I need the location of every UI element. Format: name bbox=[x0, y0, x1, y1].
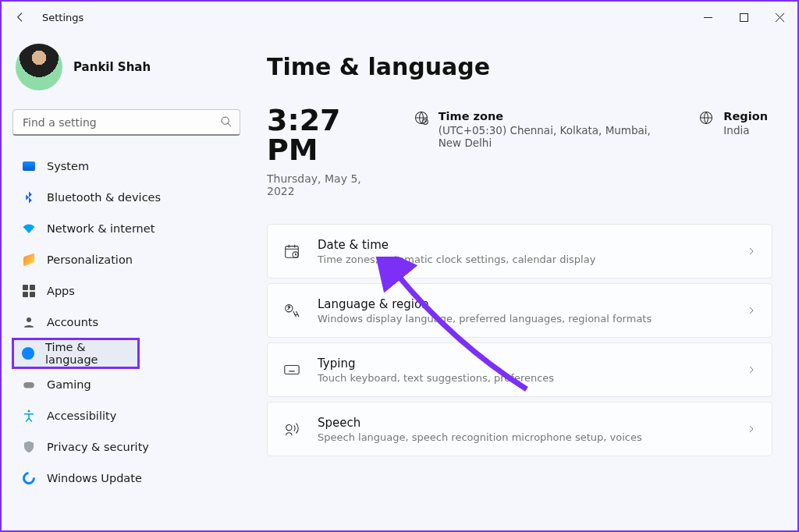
shield-icon bbox=[22, 440, 36, 454]
card-subtitle: Windows display language, preferred lang… bbox=[318, 313, 730, 325]
sidebar-item-label: System bbox=[47, 160, 89, 172]
sidebar-item-label: Bluetooth & devices bbox=[47, 191, 161, 204]
apps-icon bbox=[22, 284, 36, 298]
back-button[interactable] bbox=[5, 2, 36, 33]
timezone-icon bbox=[414, 110, 429, 129]
info-row: 3:27 PM Thursday, May 5, 2022 Time zone … bbox=[267, 105, 772, 197]
globe-clock-icon bbox=[22, 346, 34, 360]
chevron-right-icon bbox=[747, 363, 756, 378]
svg-rect-0 bbox=[740, 13, 748, 21]
system-icon bbox=[22, 159, 36, 173]
nav-list: System Bluetooth & devices Network & int… bbox=[12, 151, 240, 493]
card-title: Typing bbox=[318, 356, 730, 371]
sidebar-item-accounts[interactable]: Accounts bbox=[12, 307, 240, 337]
sidebar-item-label: Privacy & security bbox=[47, 441, 149, 453]
main-content: Time & language 3:27 PM Thursday, May 5,… bbox=[251, 33, 797, 530]
region-value: India bbox=[723, 124, 768, 137]
card-title: Speech bbox=[318, 416, 730, 430]
sidebar-item-accessibility[interactable]: Accessibility bbox=[12, 401, 240, 431]
sidebar-item-label: Time & language bbox=[45, 341, 131, 366]
close-button[interactable] bbox=[762, 2, 797, 33]
globe-icon bbox=[698, 110, 714, 129]
keyboard-icon bbox=[283, 361, 300, 378]
chevron-right-icon bbox=[747, 244, 756, 259]
minimize-button[interactable] bbox=[690, 2, 726, 33]
sidebar-item-gaming[interactable]: Gaming bbox=[12, 370, 240, 399]
region-block[interactable]: Region India bbox=[698, 105, 772, 137]
speech-icon bbox=[283, 420, 300, 438]
card-typing[interactable]: Typing Touch keyboard, text suggestions,… bbox=[267, 342, 772, 397]
bluetooth-icon bbox=[22, 190, 36, 204]
paintbrush-icon bbox=[22, 253, 36, 267]
card-title: Language & region bbox=[318, 297, 730, 311]
sidebar-item-windows-update[interactable]: Windows Update bbox=[12, 463, 240, 493]
region-label: Region bbox=[723, 110, 768, 122]
sidebar: Pankil Shah System Bluetooth & devices N… bbox=[2, 33, 251, 530]
sidebar-item-system[interactable]: System bbox=[12, 151, 240, 181]
clock-time: 3:27 PM bbox=[267, 105, 385, 165]
card-language-region[interactable]: Language & region Windows display langua… bbox=[267, 283, 772, 338]
gamepad-icon bbox=[22, 378, 36, 392]
accessibility-icon bbox=[22, 409, 36, 423]
svg-point-2 bbox=[27, 317, 31, 322]
avatar bbox=[16, 44, 62, 90]
svg-point-4 bbox=[28, 410, 30, 413]
svg-rect-11 bbox=[285, 366, 299, 374]
sidebar-item-personalization[interactable]: Personalization bbox=[12, 245, 240, 275]
search-input[interactable] bbox=[12, 109, 240, 136]
sidebar-item-network[interactable]: Network & internet bbox=[12, 214, 240, 243]
wifi-icon bbox=[22, 222, 36, 236]
card-subtitle: Time zones, automatic clock settings, ca… bbox=[318, 254, 730, 265]
clock-date: Thursday, May 5, 2022 bbox=[267, 172, 385, 197]
title-bar: Settings bbox=[2, 2, 797, 33]
sidebar-item-time-language[interactable]: Time & language bbox=[12, 339, 139, 368]
sidebar-item-privacy[interactable]: Privacy & security bbox=[12, 432, 240, 462]
sidebar-item-label: Accessibility bbox=[47, 410, 116, 422]
sidebar-item-bluetooth[interactable]: Bluetooth & devices bbox=[12, 183, 240, 212]
timezone-label: Time zone bbox=[439, 110, 671, 122]
timezone-block[interactable]: Time zone (UTC+05:30) Chennai, Kolkata, … bbox=[414, 105, 671, 149]
sidebar-item-label: Windows Update bbox=[47, 472, 142, 484]
update-icon bbox=[22, 471, 36, 485]
settings-cards: Date & time Time zones, automatic clock … bbox=[267, 224, 772, 456]
sidebar-item-label: Gaming bbox=[47, 378, 91, 391]
sidebar-item-label: Network & internet bbox=[47, 222, 154, 235]
chevron-right-icon bbox=[747, 422, 756, 437]
maximize-button[interactable] bbox=[726, 2, 762, 33]
sidebar-item-apps[interactable]: Apps bbox=[12, 276, 240, 306]
user-profile[interactable]: Pankil Shah bbox=[12, 44, 240, 90]
sidebar-item-label: Personalization bbox=[47, 254, 133, 266]
page-title: Time & language bbox=[267, 53, 772, 80]
timezone-value: (UTC+05:30) Chennai, Kolkata, Mumbai, Ne… bbox=[439, 124, 671, 149]
sidebar-item-label: Apps bbox=[47, 285, 75, 297]
card-subtitle: Speech language, speech recognition micr… bbox=[318, 431, 730, 443]
calendar-clock-icon bbox=[283, 243, 300, 260]
person-icon bbox=[22, 315, 36, 329]
svg-rect-3 bbox=[23, 382, 34, 388]
chevron-right-icon bbox=[747, 303, 756, 318]
svg-point-12 bbox=[286, 425, 292, 431]
sidebar-item-label: Accounts bbox=[47, 316, 98, 328]
card-date-time[interactable]: Date & time Time zones, automatic clock … bbox=[267, 224, 772, 278]
card-subtitle: Touch keyboard, text suggestions, prefer… bbox=[318, 372, 730, 384]
language-icon bbox=[283, 302, 300, 319]
clock-block: 3:27 PM Thursday, May 5, 2022 bbox=[267, 105, 385, 197]
card-speech[interactable]: Speech Speech language, speech recogniti… bbox=[267, 402, 772, 456]
window-title: Settings bbox=[42, 12, 83, 23]
user-name: Pankil Shah bbox=[73, 60, 151, 74]
card-title: Date & time bbox=[318, 238, 730, 252]
